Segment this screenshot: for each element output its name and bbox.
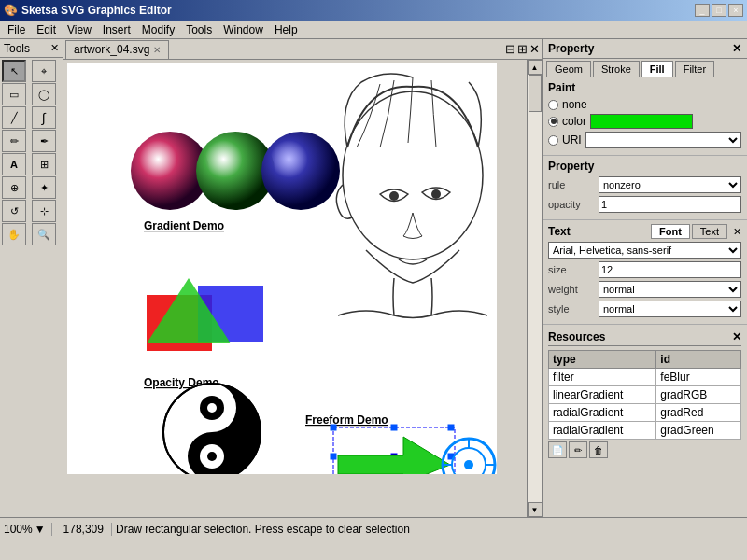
tool-rect[interactable]: ▭: [2, 83, 26, 105]
text-panel-close[interactable]: ✕: [733, 226, 741, 238]
vertical-scrollbar[interactable]: ▲ ▼: [527, 60, 542, 517]
opacity-label: opacity: [548, 199, 595, 210]
zoom-dropdown-icon[interactable]: ▼: [35, 523, 46, 536]
tab-filename: artwork_04.svg: [74, 43, 149, 56]
tool-transform1[interactable]: ⊕: [2, 176, 26, 199]
tool-bezier[interactable]: ∫: [32, 106, 56, 129]
title-bar: 🎨 Sketsa SVG Graphics Editor _ □ ×: [0, 0, 747, 21]
maximize-button[interactable]: □: [712, 4, 726, 17]
resource-row-0[interactable]: filter feBlur: [549, 369, 741, 386]
tab-close-icon[interactable]: ✕: [153, 45, 161, 55]
paint-none-radio[interactable]: [548, 100, 558, 110]
rule-row: rule nonzero evenodd: [548, 176, 741, 193]
svg-point-7: [389, 191, 399, 201]
menu-edit[interactable]: Edit: [31, 21, 62, 38]
tool-text[interactable]: A: [2, 153, 26, 175]
menu-modify[interactable]: Modify: [136, 21, 180, 38]
paint-section: Paint none color URI: [543, 77, 747, 156]
svg-rect-13: [331, 454, 336, 459]
yin-yang[interactable]: [163, 384, 261, 474]
font-select[interactable]: Arial, Helvetica, sans-serif: [548, 242, 741, 259]
tab-maximize-icon[interactable]: ⊞: [517, 42, 528, 56]
property-panel: Property ✕ Geom Stroke Fill Filter Paint…: [542, 39, 747, 517]
property-tabs: Geom Stroke Fill Filter: [543, 59, 747, 77]
canvas-area: artwork_04.svg ✕ ⊟ ⊞ ✕: [63, 39, 542, 517]
svg-rect-11: [391, 425, 397, 430]
svg-point-3: [207, 403, 217, 413]
menu-insert[interactable]: Insert: [97, 21, 136, 38]
color-swatch[interactable]: [590, 114, 693, 129]
canvas-tab[interactable]: artwork_04.svg ✕: [65, 40, 169, 59]
arrow-selected[interactable]: [331, 425, 455, 474]
paint-none-label: none: [562, 98, 587, 111]
tab-restore-icon[interactable]: ⊟: [505, 42, 515, 56]
sphere-blue[interactable]: [261, 132, 340, 210]
title-bar-buttons[interactable]: _ □ ×: [695, 4, 743, 17]
svg-point-4: [207, 452, 217, 461]
tool-pan[interactable]: ✋: [2, 223, 26, 245]
paint-color-row[interactable]: color: [548, 114, 741, 129]
canvas-inner[interactable]: Gradient Demo Opacity Demo: [63, 60, 527, 517]
close-button[interactable]: ×: [728, 4, 743, 17]
tab-stroke[interactable]: Stroke: [593, 61, 640, 77]
resource-row-2[interactable]: radialGradient gradRed: [549, 404, 741, 422]
menu-tools[interactable]: Tools: [180, 21, 218, 38]
scroll-thumb[interactable]: [529, 75, 542, 112]
paint-uri-row[interactable]: URI: [548, 132, 741, 148]
menu-view[interactable]: View: [62, 21, 97, 38]
tool-rotate[interactable]: ↺: [2, 200, 26, 222]
tool-freehand[interactable]: ✒: [32, 130, 56, 152]
paint-color-radio[interactable]: [548, 117, 558, 127]
tab-fill[interactable]: Fill: [641, 61, 673, 77]
property-sub-title: Property: [548, 160, 741, 173]
canvas-bg[interactable]: Gradient Demo Opacity Demo: [67, 63, 497, 474]
resource-row-1[interactable]: linearGradient gradRGB: [549, 386, 741, 404]
tab-icons: ⊟ ⊞ ✕: [505, 42, 540, 56]
resource-edit-button[interactable]: ✏: [569, 441, 587, 458]
weight-select[interactable]: normal bold: [599, 281, 741, 298]
tool-image[interactable]: ⊞: [32, 153, 56, 175]
property-panel-close[interactable]: ✕: [732, 42, 741, 55]
text-tab-font[interactable]: Font: [651, 224, 690, 239]
tab-filter[interactable]: Filter: [675, 61, 714, 77]
svg-point-8: [431, 189, 441, 199]
tool-transform2[interactable]: ✦: [32, 176, 56, 199]
tool-pencil[interactable]: ✏: [2, 130, 26, 152]
scroll-up-button[interactable]: ▲: [528, 60, 543, 75]
size-input[interactable]: [599, 261, 741, 278]
scroll-track[interactable]: [528, 75, 542, 502]
scroll-down-button[interactable]: ▼: [528, 502, 543, 517]
menu-help[interactable]: Help: [269, 21, 303, 38]
app-title: Sketsa SVG Graphics Editor: [21, 4, 172, 17]
resource-row-3[interactable]: radialGradient gradGreen: [549, 422, 741, 440]
resource-delete-button[interactable]: 🗑: [589, 441, 608, 458]
style-select[interactable]: normal italic: [599, 301, 741, 317]
resource-new-button[interactable]: 📄: [548, 441, 567, 458]
rule-select[interactable]: nonzero evenodd: [599, 176, 741, 193]
tool-magnify[interactable]: 🔍: [32, 223, 56, 245]
title-bar-left: 🎨 Sketsa SVG Graphics Editor: [4, 4, 172, 17]
resources-close[interactable]: ✕: [732, 330, 741, 343]
menu-window[interactable]: Window: [218, 21, 269, 38]
tool-select[interactable]: ↖: [2, 60, 26, 82]
freeform-demo-label: Freeform Demo: [305, 413, 388, 427]
tools-close[interactable]: ✕: [50, 42, 59, 54]
tool-node[interactable]: ⌖: [32, 60, 56, 82]
tool-ellipse[interactable]: ◯: [32, 83, 56, 105]
paint-none-row[interactable]: none: [548, 98, 741, 111]
size-row: size: [548, 261, 741, 278]
minimize-button[interactable]: _: [695, 4, 710, 17]
tool-line[interactable]: ╱: [2, 106, 26, 129]
menu-bar: File Edit View Insert Modify Tools Windo…: [0, 21, 747, 39]
tab-close-btn[interactable]: ✕: [529, 42, 540, 56]
text-tab-text[interactable]: Text: [692, 224, 727, 239]
menu-file[interactable]: File: [2, 21, 31, 38]
tool-zoom[interactable]: ⊹: [32, 200, 56, 222]
paint-uri-radio[interactable]: [548, 135, 558, 146]
status-coords: 178,309: [56, 523, 112, 536]
opacity-input[interactable]: [599, 196, 741, 213]
text-panel-title: Text: [548, 225, 571, 238]
tab-geom[interactable]: Geom: [546, 61, 591, 77]
uri-select[interactable]: [585, 132, 741, 148]
status-message: Draw rectangular selection. Press escape…: [116, 523, 743, 536]
